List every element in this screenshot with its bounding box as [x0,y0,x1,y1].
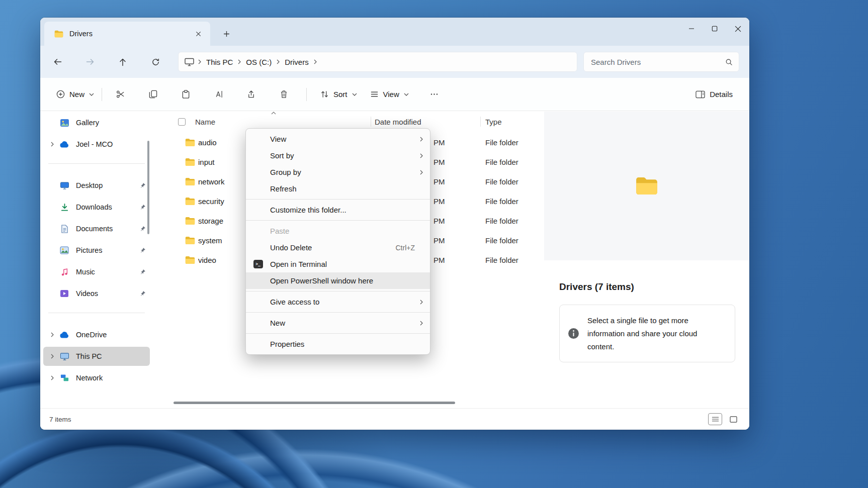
sort-ascending-icon [271,112,276,115]
sidebar-scrollbar[interactable] [147,141,149,234]
horizontal-scrollbar[interactable] [173,402,455,404]
menu-item-new[interactable]: New [246,315,430,331]
close-button[interactable] [726,18,749,40]
new-button[interactable]: New [50,85,101,104]
pin-icon [139,290,147,297]
file-date-modified: PM [433,217,445,225]
new-tab-button[interactable] [219,27,233,41]
column-divider[interactable] [371,117,371,127]
sidebar-item-this-pc[interactable]: This PC [43,347,150,366]
file-date-modified: PM [433,158,445,166]
sidebar-item-music[interactable]: Music [43,262,150,281]
sidebar-item-label: Downloads [76,203,139,211]
file-date-modified: PM [433,177,445,186]
chevron-right-icon[interactable] [46,332,58,337]
breadcrumb-this-pc[interactable]: This PC [203,58,236,66]
sidebar-item-label: Joel - MCO [76,140,147,148]
share-button[interactable] [240,85,262,104]
music-icon [58,268,70,276]
sidebar-item-joel-mco[interactable]: Joel - MCO [43,135,150,154]
menu-divider [246,312,430,313]
folder-icon [635,176,658,196]
menu-item-refresh[interactable]: Refresh [246,180,430,197]
file-name: audio [198,138,217,147]
back-button[interactable] [47,52,67,72]
column-header-name[interactable]: Name [195,118,215,126]
folder-icon [185,177,195,186]
onedrive-cloud-icon [58,141,70,148]
details-button[interactable]: Details [689,85,739,104]
sidebar-item-videos[interactable]: Videos [43,284,150,303]
sidebar-item-downloads[interactable]: Downloads [43,198,150,217]
menu-item-open-powershell-window-here[interactable]: Open PowerShell window here [246,272,430,289]
titlebar: Drivers [40,18,749,46]
chevron-right-icon[interactable] [46,354,58,359]
view-button[interactable]: View [364,85,415,104]
menu-item-properties[interactable]: Properties [246,336,430,352]
menu-item-give-access-to[interactable]: Give access to [246,294,430,310]
pictures-icon [58,246,70,254]
select-all-checkbox[interactable] [178,118,186,126]
search-box[interactable] [583,52,739,72]
forward-button[interactable] [80,52,100,72]
more-options-button[interactable] [423,85,446,104]
maximize-button[interactable] [703,18,726,40]
tab-drivers[interactable]: Drivers [44,22,210,46]
details-view-toggle[interactable] [708,413,722,425]
breadcrumb-drivers[interactable]: Drivers [282,58,312,66]
column-divider[interactable] [480,117,481,127]
submenu-chevron-icon [420,300,423,305]
column-header-date-modified[interactable]: Date modified [375,118,421,126]
chevron-right-icon[interactable] [238,59,241,64]
preview-title: Drivers (7 items) [559,281,634,292]
sidebar-item-pictures[interactable]: Pictures [43,241,150,260]
preview-info-box: Select a single file to get more informa… [559,305,735,362]
menu-item-undo-delete[interactable]: Undo Delete Ctrl+Z [246,239,430,256]
sidebar-item-label: Music [76,268,139,276]
chevron-right-icon[interactable] [46,142,58,147]
delete-button[interactable] [273,85,295,104]
up-button[interactable] [113,52,133,72]
sidebar-item-documents[interactable]: Documents [43,219,150,238]
tab-close-button[interactable] [191,27,205,41]
file-type: File folder [485,158,518,166]
sidebar-item-onedrive[interactable]: OneDrive [43,325,150,344]
sidebar-item-label: OneDrive [76,331,147,339]
chevron-right-icon[interactable] [314,59,317,64]
sidebar-item-gallery[interactable]: Gallery [43,113,150,132]
onedrive-cloud-icon [58,331,70,338]
menu-item-open-in-terminal[interactable]: >_ Open in Terminal [246,256,430,272]
paste-button[interactable] [175,85,197,104]
copy-button[interactable] [142,85,164,104]
chevron-right-icon[interactable] [46,375,58,380]
breadcrumb-os-c[interactable]: OS (C:) [243,58,275,66]
search-icon[interactable] [725,58,733,66]
folder-icon [185,158,195,166]
sidebar-item-desktop[interactable]: Desktop [43,176,150,195]
chevron-down-icon [89,93,94,96]
menu-item-view[interactable]: View [246,131,430,147]
window-controls [680,18,749,40]
sort-button[interactable]: Sort [314,85,364,104]
search-input[interactable] [591,58,725,66]
refresh-button[interactable] [145,52,165,72]
file-date-modified: PM [433,236,445,245]
breadcrumb[interactable]: This PC OS (C:) Drivers [178,52,577,72]
menu-item-sort-by[interactable]: Sort by [246,147,430,164]
folder-icon [185,138,195,147]
rename-button[interactable] [207,85,229,104]
terminal-icon: >_ [253,260,263,268]
menu-item-customize-this-folder[interactable]: Customize this folder... [246,202,430,218]
chevron-right-icon[interactable] [277,59,280,64]
large-thumbnails-view-toggle[interactable] [726,413,740,425]
column-header-type[interactable]: Type [485,118,502,126]
cut-button[interactable] [109,85,131,104]
item-count: 7 items [49,416,71,423]
file-date-modified: PM [433,197,445,206]
folder-icon [185,217,195,225]
menu-item-group-by[interactable]: Group by [246,164,430,180]
menu-item-paste: Paste [246,223,430,239]
minimize-button[interactable] [680,18,703,40]
file-name: system [198,236,222,245]
sidebar-item-network[interactable]: Network [43,368,150,387]
